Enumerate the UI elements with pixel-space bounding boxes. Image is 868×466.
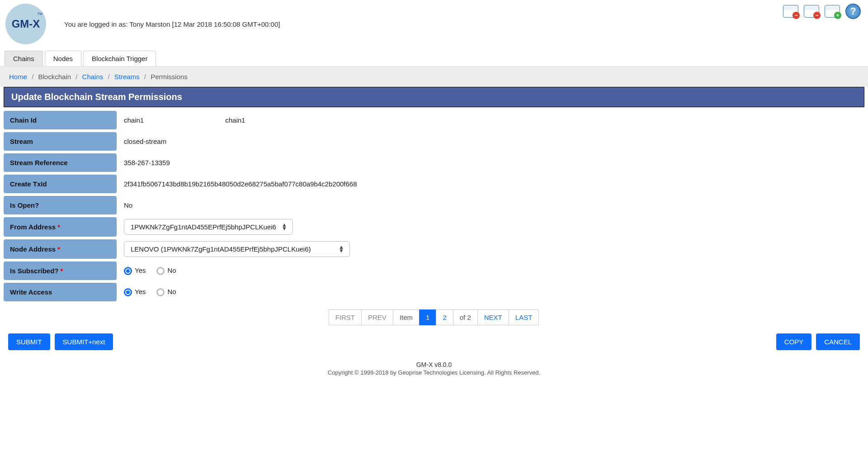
- row-is-subscribed: Is Subscribed? * Yes No: [4, 262, 864, 280]
- radio-icon: [124, 288, 132, 296]
- row-stream: Stream closed-stream: [4, 132, 864, 151]
- breadcrumb-home[interactable]: Home: [9, 73, 27, 81]
- row-is-open: Is Open? No: [4, 196, 864, 214]
- action-bar: SUBMIT SUBMIT+next COPY CANCEL: [4, 325, 864, 354]
- footer: GM-X v8.0.0 Copyright © 1999-2018 by Geo…: [0, 357, 868, 383]
- login-prefix: You are logged in as:: [64, 20, 129, 28]
- node-address-select[interactable]: LENOVO (1PWKNk7ZgFg1ntAD455EPrfEj5bhpJPC…: [124, 241, 350, 257]
- tab-blockchain-trigger[interactable]: Blockchain Trigger: [83, 51, 156, 66]
- chevron-updown-icon: ▲▼: [282, 223, 287, 230]
- label-chain-id: Chain Id: [4, 111, 117, 129]
- breadcrumb-separator: /: [144, 73, 146, 81]
- window-icon: −: [783, 5, 798, 18]
- close-page-button[interactable]: −: [782, 4, 799, 19]
- page-first: FIRST: [329, 309, 362, 325]
- value-chain-id-2: chain1: [225, 116, 245, 124]
- new-session-button[interactable]: +: [824, 4, 841, 19]
- required-marker: *: [61, 267, 63, 275]
- breadcrumb: Home / Blockchain / Chains / Streams / P…: [0, 67, 868, 87]
- help-icon: ?: [845, 4, 861, 19]
- label-is-open: Is Open?: [4, 196, 117, 214]
- radio-icon: [124, 267, 132, 275]
- logo-text: GM-X: [12, 18, 40, 30]
- row-stream-reference: Stream Reference 358-267-13359: [4, 153, 864, 172]
- minus-icon: −: [793, 12, 800, 19]
- write-access-no[interactable]: No: [156, 288, 176, 296]
- tab-nodes[interactable]: Nodes: [45, 51, 81, 66]
- required-marker: *: [57, 223, 60, 231]
- value-is-open: No: [124, 201, 132, 209]
- page-next[interactable]: NEXT: [477, 309, 509, 325]
- breadcrumb-separator: /: [32, 73, 33, 81]
- tabs: Chains Nodes Blockchain Trigger: [0, 51, 868, 67]
- value-chain-id-1: chain1: [124, 116, 144, 124]
- form: Chain Id chain1 chain1 Stream closed-str…: [0, 107, 868, 357]
- page-last[interactable]: LAST: [509, 309, 539, 325]
- page-1[interactable]: 1: [419, 309, 436, 325]
- is-subscribed-no[interactable]: No: [156, 266, 176, 275]
- value-stream-reference: 358-267-13359: [124, 159, 170, 166]
- label-stream-reference: Stream Reference: [4, 153, 117, 172]
- window-icon: +: [825, 5, 840, 18]
- minus-icon: −: [813, 12, 821, 19]
- tab-chains[interactable]: Chains: [5, 51, 43, 66]
- breadcrumb-blockchain: Blockchain: [38, 73, 71, 81]
- submit-next-button[interactable]: SUBMIT+next: [55, 333, 113, 350]
- cancel-button[interactable]: CANCEL: [816, 333, 860, 350]
- row-create-txid: Create TxId 2f341fb5067143bd8b19b2165b48…: [4, 175, 864, 193]
- logo-trademark: TM: [37, 12, 42, 16]
- help-button[interactable]: ?: [844, 4, 862, 19]
- breadcrumb-separator: /: [75, 73, 77, 81]
- label-write-access: Write Access: [4, 283, 117, 301]
- is-subscribed-yes[interactable]: Yes: [124, 266, 146, 275]
- login-timestamp: [12 Mar 2018 16:50:08 GMT+00:00]: [170, 20, 280, 28]
- page-of-label: of 2: [453, 309, 478, 325]
- required-marker: *: [57, 245, 60, 253]
- plus-icon: +: [834, 12, 841, 19]
- page-title: Update Blockchain Stream Permissions: [4, 87, 864, 107]
- submit-button[interactable]: SUBMIT: [8, 333, 50, 350]
- page-prev: PREV: [361, 309, 393, 325]
- footer-version: GM-X v8.0.0: [0, 361, 868, 368]
- label-node-address: Node Address *: [4, 239, 117, 259]
- breadcrumb-separator: /: [108, 73, 109, 81]
- radio-icon: [156, 267, 165, 275]
- from-address-selected: 1PWKNk7ZgFg1ntAD455EPrfEj5bhpJPCLKuei6: [131, 223, 276, 231]
- label-from-address: From Address *: [4, 217, 117, 237]
- window-icon: −: [804, 5, 819, 18]
- node-address-selected: LENOVO (1PWKNk7ZgFg1ntAD455EPrfEj5bhpJPC…: [131, 245, 311, 253]
- row-chain-id: Chain Id chain1 chain1: [4, 111, 864, 129]
- breadcrumb-chains[interactable]: Chains: [82, 73, 104, 81]
- copy-button[interactable]: COPY: [776, 333, 812, 350]
- row-from-address: From Address * 1PWKNk7ZgFg1ntAD455EPrfEj…: [4, 217, 864, 237]
- breadcrumb-streams[interactable]: Streams: [114, 73, 140, 81]
- row-write-access: Write Access Yes No: [4, 283, 864, 301]
- from-address-select[interactable]: 1PWKNk7ZgFg1ntAD455EPrfEj5bhpJPCLKuei6 ▲…: [124, 219, 293, 235]
- row-node-address: Node Address * LENOVO (1PWKNk7ZgFg1ntAD4…: [4, 239, 864, 259]
- label-is-subscribed: Is Subscribed? *: [4, 262, 117, 280]
- value-create-txid: 2f341fb5067143bd8b19b2165b48050d2e68275a…: [124, 180, 357, 188]
- breadcrumb-permissions: Permissions: [151, 73, 188, 81]
- value-stream: closed-stream: [124, 138, 166, 145]
- login-info: You are logged in as: Tony Marston [12 M…: [64, 20, 280, 28]
- logo[interactable]: GM-X TM: [5, 4, 46, 44]
- radio-icon: [156, 288, 165, 296]
- chevron-updown-icon: ▲▼: [339, 246, 344, 252]
- label-create-txid: Create TxId: [4, 175, 117, 193]
- page-2[interactable]: 2: [436, 309, 453, 325]
- footer-copyright: Copyright © 1999-2018 by Geoprise Techno…: [0, 369, 868, 376]
- write-access-yes[interactable]: Yes: [124, 288, 146, 296]
- login-user: Tony Marston: [129, 20, 170, 28]
- close-all-button[interactable]: −: [803, 4, 820, 19]
- header-icon-bar: − − + ?: [782, 4, 862, 19]
- pagination: FIRST PREV Item 1 2 of 2 NEXT LAST: [4, 309, 864, 325]
- page-item-label: Item: [393, 309, 420, 325]
- header: GM-X TM You are logged in as: Tony Marst…: [0, 0, 868, 48]
- label-stream: Stream: [4, 132, 117, 151]
